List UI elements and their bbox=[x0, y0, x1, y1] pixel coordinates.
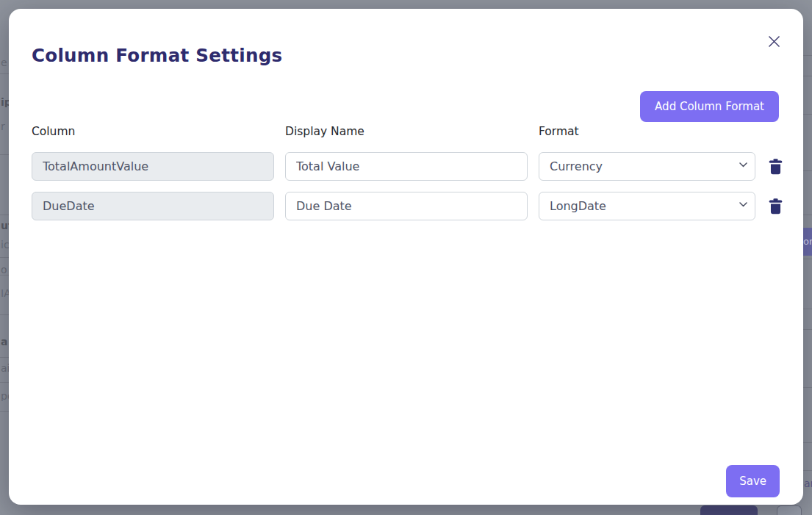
bg-divider bbox=[0, 73, 9, 74]
column-name-input bbox=[32, 152, 274, 181]
bg-divider bbox=[0, 215, 9, 215]
bg-divider bbox=[0, 314, 9, 315]
bg-divider bbox=[0, 257, 9, 258]
column-format-settings-modal: Column Format Settings Add Column Format… bbox=[9, 9, 803, 505]
display-name-input[interactable] bbox=[285, 152, 528, 181]
bg-divider bbox=[0, 382, 9, 383]
format-row: LongDate bbox=[32, 192, 780, 220]
delete-row-button[interactable] bbox=[766, 198, 784, 215]
bg-divider bbox=[803, 442, 812, 443]
close-icon[interactable] bbox=[766, 33, 782, 49]
add-column-format-button[interactable]: Add Column Format bbox=[640, 91, 779, 122]
bg-text-fragment: IA bbox=[1, 288, 9, 298]
display-name-input[interactable] bbox=[285, 192, 528, 220]
bg-save-button-fragment bbox=[700, 505, 758, 515]
column-headers: Column Display Name Format bbox=[32, 125, 780, 138]
bg-divider bbox=[803, 387, 812, 388]
format-row: Currency bbox=[32, 152, 780, 181]
format-select[interactable]: Currency bbox=[539, 152, 755, 181]
bg-text-fragment: ip bbox=[1, 97, 9, 107]
modal-title: Column Format Settings bbox=[32, 45, 282, 66]
bg-divider bbox=[803, 114, 812, 115]
bg-divider bbox=[0, 275, 9, 275]
save-button[interactable]: Save bbox=[726, 465, 780, 497]
bg-divider bbox=[803, 309, 812, 309]
header-display-name: Display Name bbox=[285, 125, 528, 138]
bg-text-fragment: o bbox=[1, 264, 9, 275]
close-x-glyph bbox=[768, 35, 780, 48]
bg-divider bbox=[0, 357, 9, 358]
bg-divider bbox=[803, 215, 812, 215]
bg-divider bbox=[803, 470, 812, 471]
delete-row-button[interactable] bbox=[766, 158, 784, 176]
bg-divider bbox=[803, 170, 812, 171]
bg-text-fragment: pe bbox=[1, 391, 9, 401]
header-column: Column bbox=[32, 125, 274, 138]
header-format: Format bbox=[539, 125, 755, 138]
bg-cancel-button-fragment: an bbox=[804, 478, 812, 492]
trash-icon bbox=[769, 198, 783, 215]
bg-text-fragment: ut bbox=[1, 220, 9, 231]
bg-divider bbox=[0, 154, 9, 155]
bg-divider bbox=[0, 411, 9, 412]
bg-divider bbox=[803, 329, 812, 330]
bg-button-fragment bbox=[777, 505, 802, 515]
bg-text-fragment: ai bbox=[1, 363, 9, 373]
bg-purple-button-fragment: or bbox=[803, 228, 812, 256]
bg-divider bbox=[803, 259, 812, 259]
format-select[interactable]: LongDate bbox=[539, 192, 755, 220]
bg-text-fragment: a bbox=[1, 336, 9, 347]
bg-text-fragment: ic bbox=[1, 240, 9, 250]
bg-text-fragment: r bbox=[1, 121, 9, 132]
bg-divider bbox=[803, 55, 812, 56]
bg-text-fragment: e bbox=[1, 57, 9, 68]
column-name-input bbox=[32, 192, 274, 220]
trash-icon bbox=[769, 159, 783, 175]
bg-divider bbox=[803, 76, 812, 76]
